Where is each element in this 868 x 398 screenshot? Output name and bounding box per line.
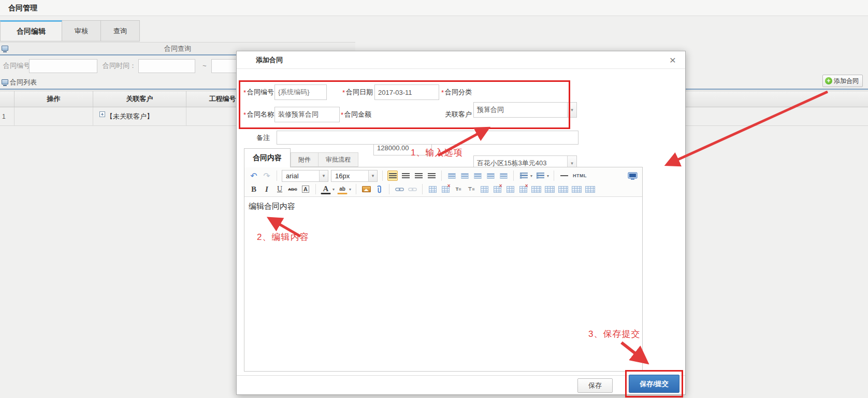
- modal-title-bar: 添加合同 ×: [237, 51, 685, 69]
- chevron-down-icon[interactable]: ▾: [567, 103, 576, 117]
- row-customer: 【未关联客户】: [93, 107, 186, 125]
- contract-date-field[interactable]: [374, 84, 439, 100]
- row-index: 1: [0, 107, 15, 125]
- chevron-down-icon[interactable]: ▾: [319, 170, 328, 181]
- rich-text-editor: ↶ ↷ arial ▾ 16px ▾: [244, 167, 643, 372]
- editor-content-text: 编辑合同内容: [249, 202, 295, 210]
- remove-format-icon[interactable]: A: [300, 184, 311, 194]
- highlight-caret-icon[interactable]: ▾: [349, 187, 351, 192]
- modal-title: 添加合同: [256, 51, 283, 69]
- tab-audit[interactable]: 审核: [62, 20, 101, 41]
- strikethrough-icon[interactable]: ABC: [287, 184, 298, 194]
- close-icon[interactable]: ×: [667, 53, 679, 67]
- tab-attachments[interactable]: 附件: [291, 152, 319, 167]
- delete-table-icon[interactable]: [440, 184, 451, 194]
- required-marker: *: [341, 111, 343, 119]
- ordered-list-caret-icon[interactable]: ▾: [530, 174, 532, 178]
- line-height-icon[interactable]: [446, 170, 457, 181]
- redo-icon[interactable]: ↷: [262, 170, 272, 181]
- required-marker: *: [243, 89, 246, 96]
- contract-amount-field-label: * 合同金额: [336, 107, 371, 122]
- annotation-step3: 3、保存提交: [588, 328, 640, 340]
- unlink-icon[interactable]: [407, 184, 417, 194]
- contract-date-field-label: * 合同日期: [336, 84, 373, 100]
- add-contract-button-label: 添加合同: [834, 77, 859, 86]
- chevron-down-icon[interactable]: ▾: [368, 170, 377, 181]
- contract-no-input[interactable]: [29, 59, 97, 73]
- main-tab-bar: 合同编辑 审核 查询: [0, 20, 140, 41]
- bold-icon[interactable]: B: [249, 184, 259, 194]
- italic-icon[interactable]: I: [262, 184, 272, 194]
- contract-name-field-label: * 合同名称: [241, 107, 274, 122]
- add-contract-button[interactable]: + 添加合同: [822, 75, 863, 87]
- contract-time-from-input[interactable]: [138, 59, 195, 73]
- horizontal-rule-icon[interactable]: [559, 170, 569, 181]
- undo-icon[interactable]: ↶: [249, 170, 259, 181]
- align-justify-icon[interactable]: [426, 170, 437, 181]
- merge-cells-icon[interactable]: [531, 184, 542, 194]
- remark-field[interactable]: [277, 131, 578, 145]
- range-separator: ~: [202, 56, 207, 76]
- underline-icon[interactable]: U: [274, 184, 285, 194]
- contract-type-field-label: * 合同分类: [438, 84, 472, 100]
- tab-approval-flow[interactable]: 审批流程: [319, 152, 358, 167]
- highlight-color-icon[interactable]: ab: [337, 184, 348, 194]
- insert-image-icon[interactable]: [361, 184, 371, 194]
- contract-management-page: 合同管理 合同编辑 审核 查询 合同查询 合同编号： 合同时间： ~ 合同列表 …: [0, 0, 868, 398]
- split-row-icon[interactable]: [571, 184, 582, 194]
- tab-contract-content[interactable]: 合同内容: [244, 148, 291, 167]
- col-customer: 关联客户: [93, 91, 186, 107]
- delete-col-icon[interactable]: [518, 184, 528, 194]
- link-icon[interactable]: [394, 184, 404, 194]
- tab-contract-edit[interactable]: 合同编辑: [0, 20, 62, 41]
- html-source-button[interactable]: HTML: [572, 173, 588, 178]
- insert-row-icon[interactable]: [479, 184, 489, 194]
- align-right-icon[interactable]: [413, 170, 424, 181]
- annotation-step2: 2、编辑内容: [257, 231, 309, 243]
- panel-monitor-icon: [2, 79, 8, 84]
- insert-col-icon[interactable]: [505, 184, 515, 194]
- save-button[interactable]: 保存: [577, 378, 613, 393]
- editor-content-area[interactable]: 编辑合同内容: [244, 197, 642, 372]
- paragraph-rtl-icon[interactable]: [498, 170, 509, 181]
- font-size-select[interactable]: 16px ▾: [331, 170, 378, 182]
- unordered-list-icon[interactable]: [535, 170, 545, 181]
- merge-down-icon[interactable]: [558, 184, 569, 194]
- row-operation: [15, 107, 93, 125]
- font-family-value: arial: [286, 172, 299, 180]
- font-size-value: 16px: [335, 172, 350, 180]
- font-color-icon[interactable]: A: [321, 184, 331, 194]
- contract-type-select[interactable]: 预算合同 ▾: [473, 102, 577, 118]
- tab-query[interactable]: 查询: [101, 20, 140, 41]
- expand-icon[interactable]: [99, 111, 105, 117]
- unordered-list-caret-icon[interactable]: ▾: [547, 174, 549, 178]
- required-marker: *: [243, 111, 246, 119]
- contract-list-title: 合同列表: [10, 77, 37, 88]
- remark-field-label: 备注: [252, 130, 270, 146]
- col-operation: 操作: [15, 91, 93, 107]
- contract-no-field[interactable]: [274, 84, 327, 100]
- add-contract-modal: 添加合同 × * 合同编号 * 合同日期 * 合同分类 预算合同 ▾: [236, 51, 686, 395]
- save-submit-button[interactable]: 保存/提交: [629, 375, 679, 393]
- table-props-icon[interactable]: T≡: [453, 184, 464, 194]
- required-marker: *: [342, 89, 345, 96]
- merge-right-icon[interactable]: [544, 184, 555, 194]
- contract-time-label: 合同时间：: [103, 56, 136, 76]
- delete-row-icon[interactable]: [492, 184, 502, 194]
- paragraph-ltr-icon[interactable]: [485, 170, 496, 181]
- insert-table-icon[interactable]: [427, 184, 438, 194]
- row-customer-label: 【未关联客户】: [106, 112, 153, 121]
- contract-name-field[interactable]: [274, 107, 340, 122]
- indent-icon[interactable]: [472, 170, 483, 181]
- ordered-list-icon[interactable]: [518, 170, 529, 181]
- font-color-caret-icon[interactable]: ▾: [332, 187, 335, 192]
- attachment-icon[interactable]: [374, 184, 384, 194]
- outdent-icon[interactable]: [459, 170, 470, 181]
- fullscreen-icon[interactable]: [627, 170, 638, 181]
- cell-props-icon[interactable]: ⊤≡: [466, 184, 476, 194]
- font-family-select[interactable]: arial ▾: [282, 170, 328, 182]
- align-center-icon[interactable]: [400, 170, 411, 181]
- align-left-icon[interactable]: [387, 170, 398, 181]
- related-customer-field-label: 关联客户: [442, 107, 472, 122]
- split-col-icon[interactable]: [585, 184, 596, 194]
